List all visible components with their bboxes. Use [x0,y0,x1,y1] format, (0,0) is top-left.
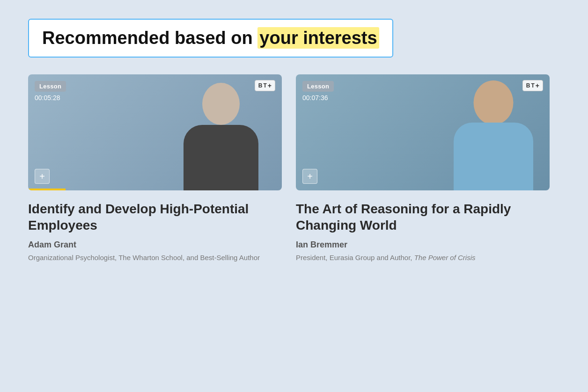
card-1-person [174,78,268,190]
card-1-author: Adam Grant [28,240,282,250]
card-1-duration: 00:05:28 [35,94,60,102]
card-2-person [447,78,540,190]
card-2: Lesson BT+ 00:07:36 + The Art of Reasoni… [296,74,550,263]
card-2-author: Ian Bremmer [296,240,550,250]
page-heading: Recommended based on your interests [42,28,379,48]
card-2-duration: 00:07:36 [302,94,328,102]
card-1-person-head [202,83,240,125]
card-1-thumbnail: Lesson BT+ 00:05:28 + [28,74,282,190]
cards-row: Lesson BT+ 00:05:28 + Identify and Devel… [28,74,560,263]
heading-highlight: your interests [257,27,379,49]
card-2-add-button[interactable]: + [302,169,317,184]
heading-box: Recommended based on your interests [28,19,393,58]
card-2-type-tag: Lesson [302,81,334,92]
heading-part1: Recommended based on [42,28,257,48]
page-wrapper: Recommended based on your interests Less… [0,0,588,282]
card-2-bio: President, Eurasia Group and Author, The… [296,253,550,263]
card-2-person-head [474,80,514,125]
card-1-title: Identify and Develop High-Potential Empl… [28,201,282,233]
card-1-add-button[interactable]: + [35,169,50,184]
card-1-person-body [184,125,258,190]
card-1-bio: Organizational Psychologist, The Wharton… [28,253,282,263]
card-2-title: The Art of Reasoning for a Rapidly Chang… [296,201,550,233]
card-2-bio-italic: The Power of Crisis [414,254,476,261]
card-1-bt-plus: + [268,82,272,89]
card-1-progress-bar [28,189,66,190]
card-2-person-body [454,123,533,190]
card-1: Lesson BT+ 00:05:28 + Identify and Devel… [28,74,282,263]
card-1-type-tag: Lesson [35,81,66,92]
card-2-thumbnail: Lesson BT+ 00:07:36 + [296,74,550,190]
